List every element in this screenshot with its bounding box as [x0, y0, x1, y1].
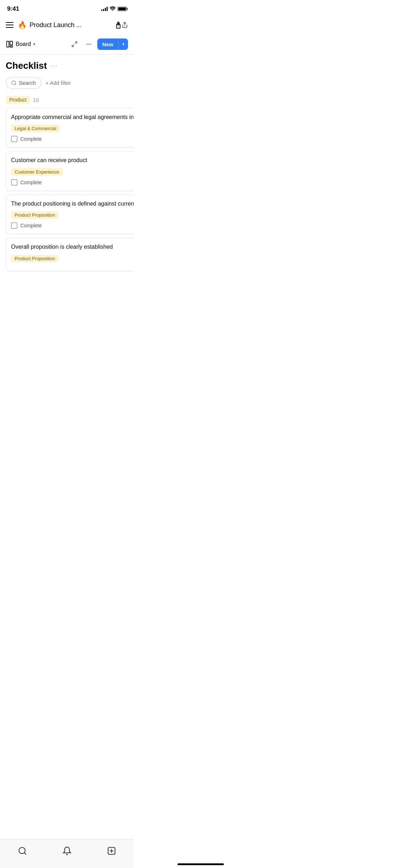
complete-label: Complete [20, 180, 42, 185]
new-button[interactable]: New ▾ [97, 38, 128, 50]
add-filter-button[interactable]: + Add filter [46, 80, 71, 86]
expand-button[interactable] [69, 38, 80, 50]
new-button-chevron-icon[interactable]: ▾ [119, 39, 128, 49]
product-column-header: Product 19 [6, 96, 134, 104]
card-tag: Customer Experience [11, 168, 63, 176]
status-bar: 9:41 [0, 0, 134, 16]
board-columns: Product 19 Appropriate commercial and le… [0, 96, 134, 275]
search-label: Search [19, 80, 36, 86]
main-content: Checklist ··· Search + Add filter Produc… [0, 55, 134, 280]
card-title: The product positioning is defined again… [11, 200, 134, 208]
header-title-area: 🔥 Product Launch ... [18, 21, 111, 29]
product-tag: Product [6, 96, 30, 104]
page-title-more[interactable]: ··· [51, 62, 58, 69]
project-emoji: 🔥 [18, 21, 27, 29]
board-chevron-icon: ▾ [33, 42, 35, 47]
card-legal-agreements[interactable]: Appropriate commercial and legal agreeme… [6, 108, 134, 148]
project-title: Product Launch ... [30, 21, 82, 29]
card-product-positioning[interactable]: The product positioning is defined again… [6, 195, 134, 234]
status-time: 9:41 [7, 5, 19, 12]
complete-label: Complete [20, 136, 42, 142]
svg-rect-4 [10, 46, 12, 47]
svg-line-5 [75, 42, 77, 43]
card-title: Overall proposition is clearly establish… [11, 243, 134, 251]
page-title: Checklist ··· [6, 60, 128, 71]
more-options-button[interactable] [83, 38, 94, 50]
new-button-label: New [97, 39, 118, 50]
search-button[interactable]: Search [6, 77, 41, 89]
card-title: Appropriate commercial and legal agreeme… [11, 113, 134, 121]
svg-line-6 [72, 45, 74, 47]
wifi-icon [110, 6, 115, 12]
card-checkbox-row: Complete [11, 136, 134, 142]
card-tag: Product Proposition [11, 211, 58, 219]
toolbar: Board ▾ New ▾ [0, 36, 134, 55]
filter-row: Search + Add filter [6, 77, 128, 89]
svg-rect-2 [7, 41, 9, 47]
card-tag: Product Proposition [11, 255, 58, 262]
complete-label: Complete [20, 223, 42, 228]
card-checkbox-row: Complete [11, 222, 134, 229]
svg-point-8 [88, 44, 89, 45]
signal-icon [101, 7, 108, 11]
card-checkbox-row: Complete [11, 179, 134, 186]
svg-rect-3 [10, 41, 12, 45]
add-filter-label: + Add filter [46, 80, 71, 86]
status-icons [101, 6, 127, 12]
complete-checkbox[interactable] [11, 222, 17, 229]
product-column: Product 19 Appropriate commercial and le… [6, 96, 134, 275]
header: 🔥 Product Launch ... [0, 16, 134, 36]
card-customer-receive[interactable]: Customer can receive product Customer Ex… [6, 151, 134, 191]
complete-checkbox[interactable] [11, 179, 17, 186]
battery-icon [118, 7, 127, 11]
svg-line-11 [15, 84, 16, 85]
share-button[interactable] [115, 19, 128, 31]
complete-checkbox[interactable] [11, 136, 17, 142]
menu-button[interactable] [6, 22, 14, 28]
card-overall-proposition[interactable]: Overall proposition is clearly establish… [6, 238, 134, 271]
board-label: Board [16, 41, 31, 47]
svg-point-9 [90, 44, 91, 45]
svg-point-7 [86, 44, 87, 45]
card-tag: Legal & Commercial [11, 125, 60, 132]
product-count: 19 [33, 97, 39, 103]
card-title: Customer can receive product [11, 156, 134, 164]
board-selector[interactable]: Board ▾ [6, 40, 35, 48]
